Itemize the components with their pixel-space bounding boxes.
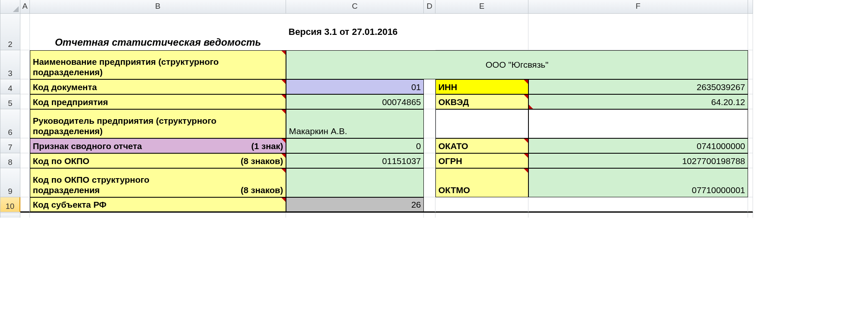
label-head[interactable]: Руководитель предприятия (структурного п…: [30, 109, 286, 138]
col-header-B[interactable]: B: [30, 0, 286, 14]
report-title: Отчетная статистическая ведомость: [30, 14, 286, 50]
col-header-E[interactable]: E: [435, 0, 528, 14]
comment-marker-icon[interactable]: [524, 95, 528, 99]
select-all-corner[interactable]: [0, 0, 20, 14]
value-okato[interactable]: 0741000000: [528, 138, 748, 153]
comment-marker-icon[interactable]: [524, 169, 528, 173]
comment-marker-icon[interactable]: [281, 80, 286, 84]
label-okato[interactable]: ОКАТО: [435, 138, 528, 153]
label-okpo-struct[interactable]: Код по ОКПО структурного подразделения(8…: [30, 168, 286, 197]
version-text: Версия 3.1 от 27.01.2016: [286, 14, 435, 50]
row-header-2[interactable]: 2: [0, 14, 20, 50]
value-okpo-struct[interactable]: [286, 168, 424, 197]
comment-marker-icon[interactable]: [281, 198, 286, 202]
value-subj-rf[interactable]: 26: [286, 197, 424, 213]
comment-marker-icon[interactable]: [281, 51, 286, 55]
value-head[interactable]: Макаркин А.В.: [286, 109, 424, 138]
col-header-extra[interactable]: [748, 0, 753, 14]
comment-marker-icon[interactable]: [524, 154, 528, 158]
comment-marker-icon[interactable]: [281, 139, 286, 143]
comment-marker-icon[interactable]: [281, 110, 286, 114]
value-inn[interactable]: 2635039267: [528, 79, 748, 94]
label-subj-rf[interactable]: Код субъекта РФ: [30, 197, 286, 213]
label-oktmo[interactable]: ОКТМО: [435, 168, 528, 197]
comment-marker-icon[interactable]: [281, 95, 286, 99]
row-header-8[interactable]: 8: [0, 153, 20, 168]
value-okved[interactable]: 64.20.12: [528, 94, 748, 109]
row-header-7[interactable]: 7: [0, 138, 20, 153]
row-header-10[interactable]: 10: [0, 197, 20, 212]
row-header-5[interactable]: 5: [0, 94, 20, 109]
label-okpo[interactable]: Код по ОКПО(8 знаков): [30, 153, 286, 168]
value-oktmo[interactable]: 07710000001: [528, 168, 748, 197]
row-header-6[interactable]: 6: [0, 109, 20, 138]
label-summary-flag[interactable]: Признак сводного отчета(1 знак): [30, 138, 286, 153]
label-inn[interactable]: ИНН: [435, 79, 528, 94]
comment-marker-icon[interactable]: [281, 154, 286, 158]
col-header-A[interactable]: A: [20, 0, 30, 14]
col-header-F[interactable]: F: [528, 0, 748, 14]
value-okpo[interactable]: 01151037: [286, 153, 424, 168]
col-header-D[interactable]: D: [424, 0, 435, 14]
label-doc-code[interactable]: Код документа: [30, 79, 286, 94]
comment-marker-icon[interactable]: [524, 80, 528, 84]
value-ent-code[interactable]: 00074865: [286, 94, 424, 109]
value-ogrn[interactable]: 1027700198788: [528, 153, 748, 168]
label-okved[interactable]: ОКВЭД: [435, 94, 528, 109]
empty-cell-f6[interactable]: [528, 109, 748, 138]
value-company-name[interactable]: ООО "Югсвязь": [286, 50, 748, 79]
row-header-3[interactable]: 3: [0, 50, 20, 79]
comment-marker-icon[interactable]: [281, 169, 286, 173]
label-company-name[interactable]: Наименование предприятия (структурного п…: [30, 50, 286, 79]
spreadsheet-grid: A B C D E F 2 Отчетная статистическая ве…: [0, 0, 868, 218]
label-ogrn[interactable]: ОГРН: [435, 153, 528, 168]
row-header-9[interactable]: 9: [0, 168, 20, 197]
empty-cell-e6[interactable]: [435, 109, 528, 138]
value-doc-code[interactable]: 01: [286, 79, 424, 94]
label-ent-code[interactable]: Код предприятия: [30, 94, 286, 109]
value-summary-flag[interactable]: 0: [286, 138, 424, 153]
col-header-C[interactable]: C: [286, 0, 424, 14]
row-header-4[interactable]: 4: [0, 79, 20, 94]
comment-marker-icon[interactable]: [524, 139, 528, 143]
error-marker-icon[interactable]: [529, 105, 533, 109]
